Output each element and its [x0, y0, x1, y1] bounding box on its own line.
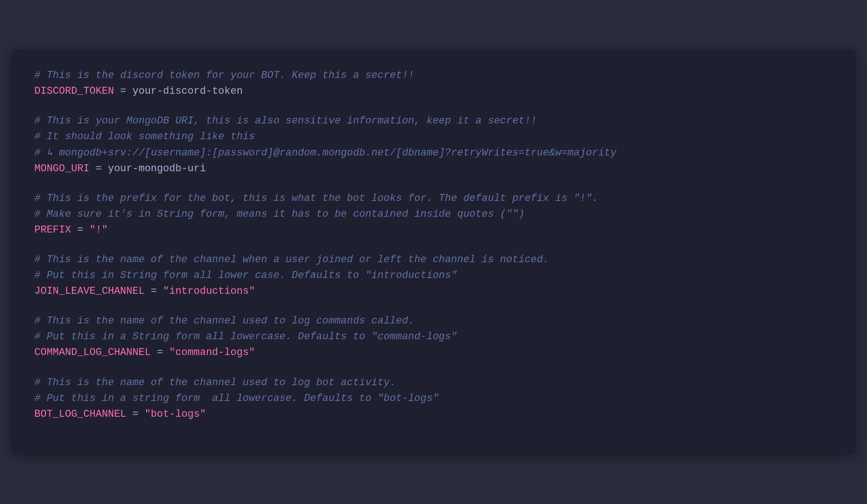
assignment-cl: COMMAND_LOG_CHANNEL = "command-logs" — [34, 345, 833, 361]
comment-cl-2: # Put this in a String form all lowercas… — [34, 329, 833, 345]
comment-prefix-2: # Make sure it's in String form, means i… — [34, 207, 833, 222]
section-prefix: # This is the prefix for the bot, this i… — [34, 191, 833, 238]
comment-cl-1: # This is the name of the channel used t… — [34, 313, 833, 329]
assignment-bl: BOT_LOG_CHANNEL = "bot-logs" — [34, 407, 833, 422]
assignment-discord: DISCORD_TOKEN = your-discord-token — [34, 84, 833, 99]
comment-mongo-3: # ↳ mongodb+srv://[username]:[password]@… — [34, 145, 833, 161]
val-bl: "bot-logs" — [145, 408, 206, 420]
key-mongo: MONGO_URI — [34, 163, 90, 174]
key-jl: JOIN_LEAVE_CHANNEL — [34, 285, 145, 297]
assignment-jl: JOIN_LEAVE_CHANNEL = "introductions" — [34, 284, 833, 299]
val-jl: "introductions" — [163, 285, 255, 297]
op-discord: = — [114, 85, 133, 97]
code-content: # This is the discord token for your BOT… — [34, 68, 833, 422]
comment-mongo-1: # This is your MongoDB URI, this is also… — [34, 113, 833, 129]
op-cl: = — [151, 347, 169, 358]
key-cl: COMMAND_LOG_CHANNEL — [34, 347, 151, 358]
val-prefix: "!" — [90, 224, 108, 236]
op-jl: = — [145, 285, 163, 297]
comment-prefix-1: # This is the prefix for the bot, this i… — [34, 191, 833, 207]
assignment-prefix: PREFIX = "!" — [34, 222, 833, 238]
op-mongo: = — [90, 163, 108, 174]
section-mongo: # This is your MongoDB URI, this is also… — [34, 113, 833, 176]
val-cl: "command-logs" — [169, 347, 255, 358]
comment-mongo-2: # It should look something like this — [34, 129, 833, 145]
section-discord: # This is the discord token for your BOT… — [34, 68, 833, 99]
val-discord: your-discord-token — [132, 85, 243, 97]
key-bl: BOT_LOG_CHANNEL — [34, 408, 126, 420]
section-join-leave: # This is the name of the channel when a… — [34, 252, 833, 299]
section-cmd-log: # This is the name of the channel used t… — [34, 313, 833, 361]
comment-bl-1: # This is the name of the channel used t… — [34, 375, 833, 391]
key-discord: DISCORD_TOKEN — [34, 85, 114, 97]
val-mongo: your-mongodb-uri — [108, 163, 206, 174]
comment-jl-2: # Put this in String form all lower case… — [34, 268, 833, 284]
comment-jl-1: # This is the name of the channel when a… — [34, 252, 833, 268]
code-editor: # This is the discord token for your BOT… — [11, 49, 856, 455]
assignment-mongo: MONGO_URI = your-mongodb-uri — [34, 161, 833, 177]
key-prefix: PREFIX — [34, 224, 71, 236]
comment-bl-2: # Put this in a string form all lowercas… — [34, 391, 833, 407]
section-bot-log: # This is the name of the channel used t… — [34, 375, 833, 422]
op-bl: = — [126, 408, 145, 420]
comment-discord-1: # This is the discord token for your BOT… — [34, 68, 833, 84]
op-prefix: = — [71, 224, 90, 236]
